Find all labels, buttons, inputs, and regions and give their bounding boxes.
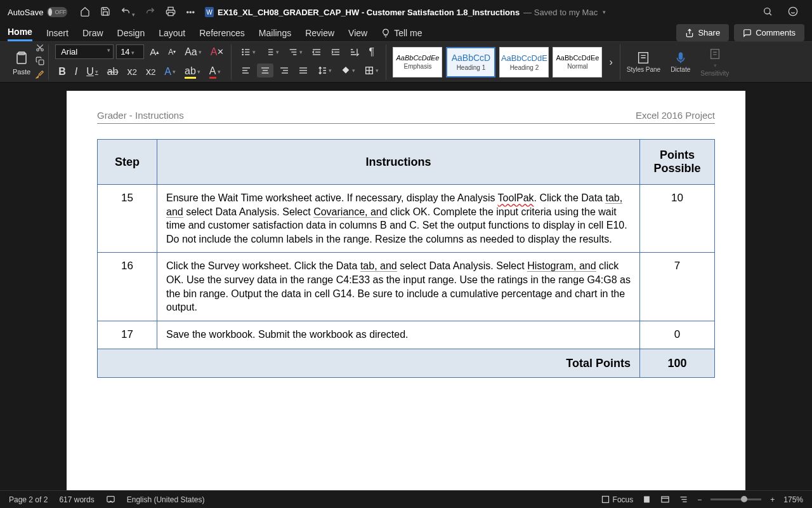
tab-mailings[interactable]: Mailings <box>259 25 291 41</box>
tab-layout[interactable]: Layout <box>159 25 185 41</box>
word-doc-icon: W <box>205 7 214 17</box>
page-header: Grader - Instructions Excel 2016 Project <box>97 110 715 124</box>
change-case-icon[interactable]: Aa▾ <box>181 44 205 60</box>
spellcheck-icon[interactable] <box>106 495 115 504</box>
styles-more-icon[interactable]: › <box>606 55 615 70</box>
cut-icon[interactable] <box>36 43 44 55</box>
chevron-down-icon[interactable]: ▾ <box>603 9 606 15</box>
align-right-icon[interactable] <box>276 64 292 77</box>
document-area[interactable]: Grader - Instructions Excel 2016 Project… <box>0 91 812 490</box>
pilcrow-icon[interactable]: ¶ <box>365 44 377 60</box>
bold-button[interactable]: B <box>55 64 69 79</box>
clear-format-icon[interactable]: A✕ <box>207 44 228 60</box>
instructions-table: Step Instructions Points Possible 15Ensu… <box>97 139 715 378</box>
tell-me[interactable]: Tell me <box>381 25 422 41</box>
outline-view-icon[interactable] <box>679 495 688 504</box>
svg-point-9 <box>242 51 243 52</box>
more-icon[interactable]: ••• <box>186 8 195 17</box>
page-indicator[interactable]: Page 2 of 2 <box>9 495 48 504</box>
redo-icon[interactable] <box>145 6 155 18</box>
highlight-color-icon[interactable]: ab▾ <box>181 64 204 81</box>
search-icon[interactable] <box>763 9 773 18</box>
print-icon[interactable] <box>166 6 176 18</box>
dictate-button[interactable]: Dictate <box>667 51 694 73</box>
word-count[interactable]: 617 words <box>59 495 94 504</box>
styles-pane-button[interactable]: Styles Pane <box>623 51 664 73</box>
table-row: 16Click the Survey worksheet. Click the … <box>98 253 715 321</box>
svg-point-5 <box>41 48 44 51</box>
style-heading2[interactable]: AaBbCcDdEHeading 2 <box>499 47 549 77</box>
header-left: Grader - Instructions <box>97 110 184 121</box>
paste-button[interactable]: Paste <box>10 48 33 77</box>
ribbon-tabs: Home Insert Draw Design Layout Reference… <box>0 24 812 42</box>
zoom-level[interactable]: 175% <box>783 495 803 504</box>
strikethrough-button[interactable]: ab <box>104 64 122 79</box>
style-normal[interactable]: AaBbCcDdEeNormal <box>553 47 602 77</box>
shading-icon[interactable]: ▾ <box>337 64 358 77</box>
underline-button[interactable]: U▾ <box>83 64 102 79</box>
styles-gallery: AaBbCcDdEeEmphasis AaBbCcDHeading 1 AaBb… <box>389 44 620 80</box>
cell-instructions: Click the Survey worksheet. Click the Da… <box>157 253 640 321</box>
align-center-icon[interactable] <box>257 64 273 77</box>
font-family-select[interactable]: Arial▾ <box>55 44 114 59</box>
autosave-toggle[interactable]: AutoSave OFF <box>8 7 67 17</box>
tab-review[interactable]: Review <box>305 25 334 41</box>
line-spacing-icon[interactable]: ▾ <box>314 64 335 77</box>
cell-points: 0 <box>640 321 715 349</box>
justify-icon[interactable] <box>295 64 311 77</box>
tab-insert[interactable]: Insert <box>46 25 69 41</box>
table-row: 15Ensure the Wait Time worksheet active.… <box>98 185 715 253</box>
home-icon[interactable] <box>80 6 90 18</box>
align-left-icon[interactable] <box>238 64 254 77</box>
cell-points: 10 <box>640 185 715 253</box>
emoji-icon[interactable] <box>788 9 798 18</box>
decrease-indent-icon[interactable] <box>308 45 325 59</box>
tab-home[interactable]: Home <box>8 24 32 41</box>
tab-view[interactable]: View <box>348 25 367 41</box>
undo-icon[interactable]: ▾ <box>121 6 135 18</box>
print-layout-icon[interactable] <box>642 495 652 504</box>
borders-icon[interactable]: ▾ <box>361 64 382 77</box>
statusbar: Page 2 of 2 617 words English (United St… <box>0 490 812 508</box>
shrink-font-icon[interactable]: A▾ <box>165 46 179 58</box>
tab-design[interactable]: Design <box>117 25 145 41</box>
zoom-slider[interactable] <box>710 498 761 500</box>
language-indicator[interactable]: English (United States) <box>127 495 205 504</box>
format-painter-icon[interactable] <box>36 70 44 81</box>
sensitivity-button[interactable]: ▾ Sensitivity <box>697 47 733 77</box>
superscript-button[interactable]: x2 <box>143 64 159 79</box>
comments-button[interactable]: Comments <box>734 24 804 41</box>
multilevel-list-icon[interactable]: ▾ <box>285 45 306 59</box>
style-heading1[interactable]: AaBbCcDHeading 1 <box>446 47 495 77</box>
font-size-select[interactable]: 14▾ <box>116 44 144 59</box>
font-color-icon[interactable]: A▾ <box>206 64 224 81</box>
cell-instructions: Ensure the Wait Time worksheet active. I… <box>157 185 640 253</box>
table-row: 17Save the workbook. Submit the workbook… <box>98 321 715 349</box>
sort-icon[interactable] <box>346 45 363 59</box>
copy-icon[interactable] <box>36 57 44 68</box>
svg-point-1 <box>789 7 797 15</box>
numbering-icon[interactable]: ▾ <box>261 45 282 59</box>
zoom-out-button[interactable]: − <box>697 495 702 504</box>
page: Grader - Instructions Excel 2016 Project… <box>67 91 745 490</box>
text-effects-icon[interactable]: A▾ <box>161 64 179 79</box>
subscript-button[interactable]: x2 <box>124 64 140 79</box>
zoom-in-button[interactable]: + <box>770 495 775 504</box>
increase-indent-icon[interactable] <box>327 45 344 59</box>
bullets-icon[interactable]: ▾ <box>238 45 259 59</box>
save-icon[interactable] <box>100 6 110 18</box>
style-emphasis[interactable]: AaBbCcDdEeEmphasis <box>393 47 442 77</box>
italic-button[interactable]: I <box>72 64 81 79</box>
th-points: Points Possible <box>640 140 715 185</box>
titlebar: AutoSave OFF ▾ ••• W EX16_XL_CH08_GRADER… <box>0 0 812 24</box>
grow-font-icon[interactable]: A▴ <box>147 44 162 59</box>
ribbon: Paste Arial▾ 14▾ A▴ A▾ Aa▾ A✕ B I U▾ ab … <box>0 42 812 83</box>
th-instructions: Instructions <box>157 140 640 185</box>
tab-draw[interactable]: Draw <box>82 25 103 41</box>
web-layout-icon[interactable] <box>660 495 670 504</box>
tab-references[interactable]: References <box>199 25 245 41</box>
header-right: Excel 2016 Project <box>636 110 715 121</box>
share-button[interactable]: Share <box>676 24 729 41</box>
focus-mode[interactable]: Focus <box>601 495 633 504</box>
total-value: 100 <box>640 349 715 377</box>
